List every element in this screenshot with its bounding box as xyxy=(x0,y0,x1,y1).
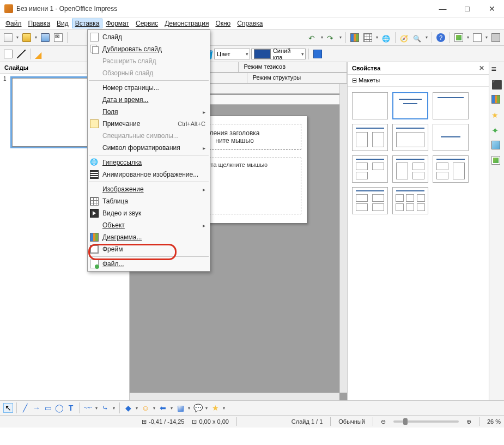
layout-centered[interactable] xyxy=(433,124,469,151)
menu-item-note[interactable]: ПримечаниеCtrl+Alt+C xyxy=(88,118,210,130)
maximize-button[interactable]: □ xyxy=(455,0,479,17)
layout-2x2[interactable] xyxy=(352,155,388,183)
print-button[interactable] xyxy=(490,32,502,44)
basic-shapes-tool[interactable]: ◆ xyxy=(123,403,133,413)
sidebar-gallery-icon[interactable] xyxy=(491,156,502,167)
open-button[interactable] xyxy=(21,32,33,44)
menu-item-object[interactable]: Объект xyxy=(88,219,210,231)
minimize-button[interactable]: — xyxy=(430,0,455,17)
arrow-button[interactable] xyxy=(2,48,14,60)
menu-item-slide[interactable]: Слайд xyxy=(88,31,210,43)
menu-edit[interactable]: Правка xyxy=(25,19,54,28)
text-tool[interactable]: T xyxy=(66,403,76,413)
menu-item-fields[interactable]: Поля xyxy=(88,106,210,118)
layout-1-2[interactable] xyxy=(392,155,428,183)
curve-tool[interactable]: 〰 xyxy=(83,403,93,413)
symbol-dropdown[interactable]: ▾ xyxy=(152,406,156,411)
status-mode[interactable]: Обычный xyxy=(338,418,365,425)
gallery-button[interactable] xyxy=(453,32,465,44)
navigator-button[interactable] xyxy=(398,32,410,44)
sidebar-master-icon[interactable] xyxy=(491,95,502,106)
zoom-value[interactable]: 26 % xyxy=(487,418,501,425)
menu-item-image[interactable]: Изображение xyxy=(88,183,210,195)
zoom-in-icon[interactable]: ⊕ xyxy=(466,418,471,425)
table-dropdown[interactable]: ▾ xyxy=(375,35,379,40)
arrows-dropdown[interactable]: ▾ xyxy=(169,406,174,411)
menu-item-duplicate-slide[interactable]: Дублировать слайд xyxy=(88,43,210,55)
menu-item-file[interactable]: Файл... xyxy=(88,258,210,270)
menu-item-hyperlink[interactable]: Гиперссылка xyxy=(88,157,210,169)
screen-button[interactable] xyxy=(312,48,324,60)
menu-item-animated-image[interactable]: Анимированное изображение... xyxy=(88,169,210,181)
arrow-tool[interactable]: → xyxy=(32,403,41,413)
menu-item-frame[interactable]: Фрейм xyxy=(88,243,210,255)
redo-dropdown[interactable]: ▾ xyxy=(338,35,343,40)
ellipse-tool[interactable]: ◯ xyxy=(54,403,64,413)
layout-title-only[interactable] xyxy=(433,92,469,119)
layout-two-content[interactable] xyxy=(352,124,388,151)
menu-item-formatting-mark[interactable]: Символ форматирования xyxy=(88,142,210,154)
layout-content-only[interactable] xyxy=(392,124,428,151)
email-button[interactable] xyxy=(52,32,64,44)
close-panel-icon[interactable]: ✕ xyxy=(479,64,484,72)
menu-tools[interactable]: Сервис xyxy=(132,19,161,28)
tab-outline[interactable]: Режим структуры xyxy=(247,73,347,83)
sidebar-transition-icon[interactable] xyxy=(491,141,502,152)
curve-dropdown[interactable]: ▾ xyxy=(94,406,99,411)
slide-design-button[interactable] xyxy=(471,32,483,44)
menu-item-page-number[interactable]: Номер страницы... xyxy=(88,82,210,94)
zoom-out-icon[interactable]: ⊖ xyxy=(381,418,386,425)
layouts-section-header[interactable]: ⊟ Макеты xyxy=(348,75,489,87)
sidebar-menu-icon[interactable]: ≡ xyxy=(491,64,502,75)
vertical-scrollbar[interactable] xyxy=(339,84,347,393)
highlight-button[interactable]: ◢ xyxy=(33,48,45,60)
layout-six[interactable] xyxy=(392,187,428,214)
callout-dropdown[interactable]: ▾ xyxy=(204,406,209,411)
help-button[interactable] xyxy=(435,32,447,44)
layout-grid4[interactable] xyxy=(352,187,388,214)
design-dropdown[interactable]: ▾ xyxy=(484,35,489,40)
undo-button[interactable] xyxy=(307,32,319,44)
menu-item-video-audio[interactable]: Видео и звук xyxy=(88,207,210,219)
flowchart-tool[interactable]: ▦ xyxy=(175,403,185,413)
hyperlink-button[interactable] xyxy=(380,32,392,44)
new-button[interactable] xyxy=(2,32,14,44)
undo-dropdown[interactable]: ▾ xyxy=(320,35,324,40)
chart-button[interactable] xyxy=(349,32,361,44)
close-button[interactable]: ✕ xyxy=(479,0,504,17)
symbol-shapes-tool[interactable]: ☺ xyxy=(141,403,150,413)
menu-format[interactable]: Формат xyxy=(102,19,132,28)
table-button[interactable] xyxy=(362,32,374,44)
menu-item-table[interactable]: Таблица xyxy=(88,195,210,207)
block-arrows-tool[interactable]: ⬅ xyxy=(158,403,168,413)
menu-view[interactable]: Вид xyxy=(53,19,72,28)
select-tool[interactable]: ↖ xyxy=(3,403,13,413)
sidebar-star-icon[interactable] xyxy=(491,110,502,121)
fill-type-combo[interactable]: Цвет xyxy=(214,49,250,59)
flow-dropdown[interactable]: ▾ xyxy=(187,406,191,411)
new-dropdown[interactable]: ▾ xyxy=(15,35,20,40)
stars-dropdown[interactable]: ▾ xyxy=(222,406,226,411)
save-button[interactable] xyxy=(39,32,51,44)
menu-item-chart[interactable]: Диаграмма... xyxy=(88,231,210,243)
rect-tool[interactable]: ▭ xyxy=(43,403,53,413)
menu-help[interactable]: Справка xyxy=(234,19,266,28)
connector-dropdown[interactable]: ▾ xyxy=(112,406,116,411)
horizontal-scrollbar[interactable] xyxy=(130,393,339,400)
open-dropdown[interactable]: ▾ xyxy=(34,35,38,40)
stars-tool[interactable]: ★ xyxy=(210,403,220,413)
zoom-dropdown[interactable]: ▾ xyxy=(424,35,429,40)
gallery-dropdown[interactable]: ▾ xyxy=(466,35,470,40)
sidebar-properties-icon[interactable]: ⬛ xyxy=(491,80,502,91)
zoom-button[interactable] xyxy=(411,32,423,44)
sidebar-animation-icon[interactable]: ✦ xyxy=(491,125,502,136)
layout-2-1[interactable] xyxy=(433,155,469,183)
tab-notes[interactable]: Режим тезисов xyxy=(239,62,348,73)
zoom-slider[interactable] xyxy=(393,420,459,423)
connector-tool[interactable]: ⤷ xyxy=(100,403,110,413)
menu-slideshow[interactable]: Демонстрация xyxy=(161,19,212,28)
line-button[interactable] xyxy=(15,48,27,60)
menu-insert[interactable]: Вставка xyxy=(72,19,103,28)
line-tool[interactable]: ╱ xyxy=(20,403,30,413)
callout-tool[interactable]: 💬 xyxy=(193,403,203,413)
